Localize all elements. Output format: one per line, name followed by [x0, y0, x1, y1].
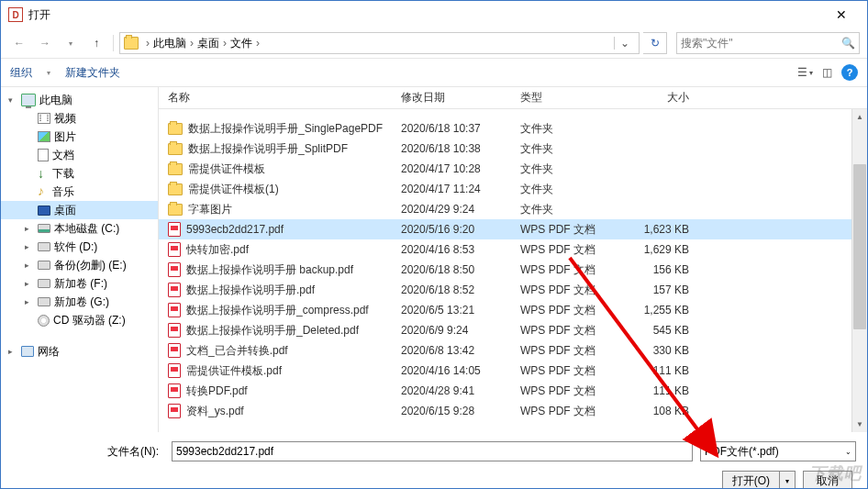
- file-row[interactable]: 5993ecb2dd217.pdf2020/5/16 9:20WPS PDF 文…: [159, 219, 867, 239]
- tree-item[interactable]: 音乐: [1, 183, 158, 201]
- file-name: 字幕图片: [188, 202, 232, 217]
- disk-icon: [38, 297, 50, 306]
- file-row[interactable]: 需提供证件模板.pdf2020/4/16 14:05WPS PDF 文档111 …: [159, 361, 867, 381]
- tree-arrow-icon: ▾: [8, 95, 17, 105]
- tree-item[interactable]: ▸本地磁盘 (C:): [1, 219, 158, 238]
- help-button[interactable]: ?: [841, 64, 858, 81]
- file-date: 2020/4/16 14:05: [392, 364, 511, 377]
- pdf-icon: [168, 404, 181, 418]
- file-date: 2020/4/17 10:28: [392, 162, 511, 175]
- column-size[interactable]: 大小: [621, 90, 704, 106]
- file-row[interactable]: 转换PDF.pdf2020/4/28 9:41WPS PDF 文档111 KB: [159, 381, 867, 401]
- list-icon: ☰: [797, 66, 807, 79]
- tree-item[interactable]: ▸网络: [1, 342, 158, 361]
- file-row[interactable]: 资料_ys.pdf2020/6/15 9:28WPS PDF 文档108 KB: [159, 401, 867, 421]
- tree-item[interactable]: 视频: [1, 109, 158, 128]
- open-dropdown-button[interactable]: ▾: [780, 477, 795, 485]
- column-name[interactable]: 名称: [159, 90, 392, 106]
- column-date[interactable]: 修改日期: [392, 90, 511, 106]
- new-folder-button[interactable]: 新建文件夹: [65, 65, 120, 81]
- file-name: 需提供证件模板.pdf: [186, 363, 282, 379]
- breadcrumb-item[interactable]: 此电脑: [153, 36, 186, 51]
- toolbar: 组织 ▾ 新建文件夹 ☰▾ ◫ ?: [1, 58, 867, 87]
- file-row[interactable]: 数据上报操作说明手册_compress.pdf2020/6/5 13:21WPS…: [159, 300, 867, 320]
- file-row[interactable]: 数据上报操作说明手册_SplitPDF2020/6/18 10:38文件夹: [159, 139, 867, 159]
- breadcrumb-item[interactable]: 文件: [230, 36, 252, 51]
- file-row[interactable]: 数据上报操作说明手册_SinglePagePDF2020/6/18 10:37文…: [159, 118, 867, 139]
- tree-item[interactable]: 桌面: [1, 201, 158, 219]
- pdf-icon: [168, 222, 181, 237]
- chevron-down-icon: ⌄: [845, 448, 851, 456]
- watermark: 下载吧: [809, 462, 862, 484]
- chevron-right-icon: ›: [146, 37, 150, 50]
- file-date: 2020/6/9 9:24: [392, 324, 511, 337]
- scroll-down-button[interactable]: ▼: [852, 417, 867, 432]
- close-button[interactable]: ✕: [823, 2, 860, 28]
- bottom-panel: 文件名(N): PDF文件(*.pdf) ⌄ 打开(O) ▾ 取消: [1, 432, 867, 489]
- pic-icon: [38, 131, 50, 142]
- tree-arrow-icon: ▸: [8, 347, 17, 356]
- filename-label: 文件名(N):: [12, 444, 164, 460]
- vertical-scrollbar[interactable]: ▲ ▼: [851, 109, 867, 432]
- tree-item-label: 软件 (D:): [54, 239, 97, 255]
- up-button[interactable]: ↑: [85, 32, 107, 54]
- tree-item[interactable]: CD 驱动器 (Z:): [1, 311, 158, 329]
- tree-item[interactable]: ▾此电脑: [1, 91, 158, 109]
- scroll-thumb[interactable]: [853, 164, 866, 329]
- file-row[interactable]: 需提供证件模板2020/4/17 10:28文件夹: [159, 159, 867, 179]
- tree-item[interactable]: 文档: [1, 146, 158, 164]
- tree-item-label: 新加卷 (F:): [54, 276, 107, 292]
- pdf-icon: [168, 262, 181, 277]
- breadcrumb-dropdown[interactable]: ⌄: [614, 37, 635, 50]
- pdf-icon: [168, 383, 181, 398]
- refresh-button[interactable]: ↻: [643, 32, 667, 54]
- disk c-icon: [38, 224, 50, 233]
- tree-item[interactable]: ▸新加卷 (F:): [1, 274, 158, 293]
- filename-input[interactable]: [172, 441, 693, 461]
- scroll-up-button[interactable]: ▲: [852, 109, 867, 125]
- column-type[interactable]: 类型: [511, 90, 621, 106]
- pdf-icon: [168, 283, 181, 297]
- file-date: 2020/6/18 10:38: [392, 142, 511, 155]
- file-row[interactable]: 数据上报操作说明手册 backup.pdf2020/6/18 8:50WPS P…: [159, 260, 867, 280]
- file-size: 330 KB: [621, 344, 704, 357]
- file-name: 转换PDF.pdf: [186, 383, 248, 399]
- search-box[interactable]: 🔍: [676, 32, 860, 54]
- tree-item[interactable]: ▸软件 (D:): [1, 238, 158, 256]
- breadcrumb-item[interactable]: 桌面: [197, 36, 219, 51]
- file-row[interactable]: 需提供证件模板(1)2020/4/17 11:24文件夹: [159, 179, 867, 199]
- file-type-filter[interactable]: PDF文件(*.pdf) ⌄: [700, 441, 856, 461]
- preview-pane-button[interactable]: ◫: [822, 66, 832, 79]
- file-row[interactable]: [159, 109, 867, 118]
- tree-arrow-icon: ▸: [25, 242, 34, 251]
- file-row[interactable]: 数据上报操作说明手册.pdf2020/6/18 8:52WPS PDF 文档15…: [159, 280, 867, 300]
- tree-item[interactable]: ▸新加卷 (G:): [1, 293, 158, 311]
- window-title: 打开: [28, 7, 823, 23]
- search-icon[interactable]: 🔍: [841, 37, 855, 50]
- breadcrumb-bar[interactable]: › 此电脑 › 桌面 › 文件 › ⌄: [119, 32, 640, 54]
- file-row[interactable]: 快转加密.pdf2020/4/16 8:53WPS PDF 文档1,629 KB: [159, 239, 867, 260]
- tree-item[interactable]: ▸备份(勿删) (E:): [1, 256, 158, 274]
- chevron-right-icon: ›: [190, 37, 194, 50]
- organize-menu[interactable]: 组织: [10, 65, 32, 81]
- tree-item[interactable]: 下载: [1, 164, 158, 183]
- view-options-button[interactable]: ☰▾: [797, 66, 813, 79]
- pc-icon: [21, 94, 36, 106]
- pdf-icon: [168, 323, 181, 338]
- file-date: 2020/4/28 9:41: [392, 384, 511, 397]
- video-icon: [38, 113, 50, 124]
- file-type: WPS PDF 文档: [511, 383, 621, 399]
- chevron-down-icon: ▾: [809, 69, 813, 77]
- forward-button[interactable]: →: [34, 32, 56, 54]
- tree-item[interactable]: 图片: [1, 128, 158, 146]
- file-list[interactable]: 数据上报操作说明手册_SinglePagePDF2020/6/18 10:37文…: [159, 109, 867, 432]
- file-row[interactable]: 数据上报操作说明手册_Deleted.pdf2020/6/9 9:24WPS P…: [159, 320, 867, 340]
- back-button[interactable]: ←: [8, 32, 30, 54]
- recent-dropdown[interactable]: ▾: [60, 32, 82, 54]
- file-row[interactable]: 文档_已合并转换.pdf2020/6/8 13:42WPS PDF 文档330 …: [159, 340, 867, 361]
- open-button[interactable]: 打开(O) ▾: [722, 471, 796, 489]
- file-row[interactable]: 字幕图片2020/4/29 9:24文件夹: [159, 199, 867, 219]
- tree-item-label: 备份(勿删) (E:): [54, 258, 127, 273]
- search-input[interactable]: [681, 37, 841, 50]
- file-type: WPS PDF 文档: [511, 363, 621, 379]
